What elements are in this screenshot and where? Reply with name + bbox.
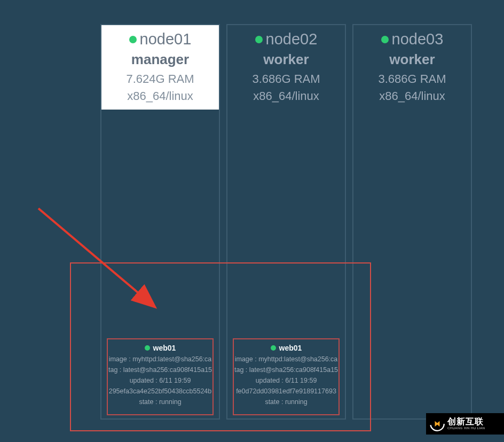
task-state: state : running bbox=[108, 398, 212, 406]
node-name: node03 bbox=[392, 30, 444, 48]
node-role: manager bbox=[101, 51, 219, 68]
status-dot-icon bbox=[129, 36, 137, 43]
node-column-node01[interactable]: node01 manager 7.624G RAM x86_64/linux w… bbox=[100, 24, 220, 420]
task-card-web01[interactable]: web01 image : myhttpd:latest@sha256:ca t… bbox=[107, 338, 214, 415]
cluster-row: node01 manager 7.624G RAM x86_64/linux w… bbox=[100, 24, 474, 420]
task-updated: updated : 6/11 19:59 bbox=[234, 377, 338, 384]
task-id: 295efa3ca4e252bf50438ccb5524b bbox=[108, 387, 212, 395]
task-name: web01 bbox=[153, 344, 176, 352]
task-updated: updated : 6/11 19:59 bbox=[108, 377, 212, 384]
node-name: node01 bbox=[140, 30, 192, 48]
node-role: worker bbox=[227, 51, 345, 68]
task-tag: tag : latest@sha256:ca908f415a15 bbox=[108, 366, 212, 374]
node-ram: 3.686G RAM bbox=[353, 72, 471, 86]
node-arch: x86_64/linux bbox=[353, 89, 471, 103]
task-card-web01[interactable]: web01 image : myhttpd:latest@sha256:ca t… bbox=[233, 338, 340, 415]
task-tag: tag : latest@sha256:ca908f415a15 bbox=[234, 366, 338, 374]
node-ram: 3.686G RAM bbox=[227, 72, 345, 86]
node-column-node03[interactable]: node03 worker 3.686G RAM x86_64/linux bbox=[352, 24, 472, 420]
node-name: node02 bbox=[266, 30, 318, 48]
node-arch: x86_64/linux bbox=[227, 89, 345, 103]
node-ram: 7.624G RAM bbox=[101, 72, 219, 86]
node-body: web01 image : myhttpd:latest@sha256:ca t… bbox=[227, 110, 345, 418]
node-header: node03 worker 3.686G RAM x86_64/linux bbox=[353, 25, 471, 110]
node-role: worker bbox=[353, 51, 471, 68]
node-column-node02[interactable]: node02 worker 3.686G RAM x86_64/linux we… bbox=[226, 24, 346, 420]
task-image: image : myhttpd:latest@sha256:ca bbox=[108, 355, 212, 363]
status-dot-icon bbox=[271, 345, 276, 351]
brand-badge: 创新互联 CHUANG XIN HU LIAN bbox=[426, 413, 504, 435]
task-name: web01 bbox=[279, 344, 302, 352]
task-state: state : running bbox=[234, 398, 338, 406]
task-id: fe0d72dd03981edf7e9189117693 bbox=[234, 387, 338, 395]
status-dot-icon bbox=[381, 36, 389, 43]
brand-name-en: CHUANG XIN HU LIAN bbox=[447, 427, 485, 430]
brand-name-cn: 创新互联 bbox=[447, 417, 485, 427]
task-image: image : myhttpd:latest@sha256:ca bbox=[234, 355, 338, 363]
brand-logo-icon bbox=[429, 416, 445, 432]
node-header: node01 manager 7.624G RAM x86_64/linux bbox=[101, 25, 219, 110]
status-dot-icon bbox=[145, 345, 150, 351]
node-header: node02 worker 3.686G RAM x86_64/linux bbox=[227, 25, 345, 110]
node-body: web01 image : myhttpd:latest@sha256:ca t… bbox=[101, 110, 219, 418]
node-body bbox=[353, 110, 471, 418]
status-dot-icon bbox=[255, 36, 263, 43]
node-arch: x86_64/linux bbox=[101, 89, 219, 103]
